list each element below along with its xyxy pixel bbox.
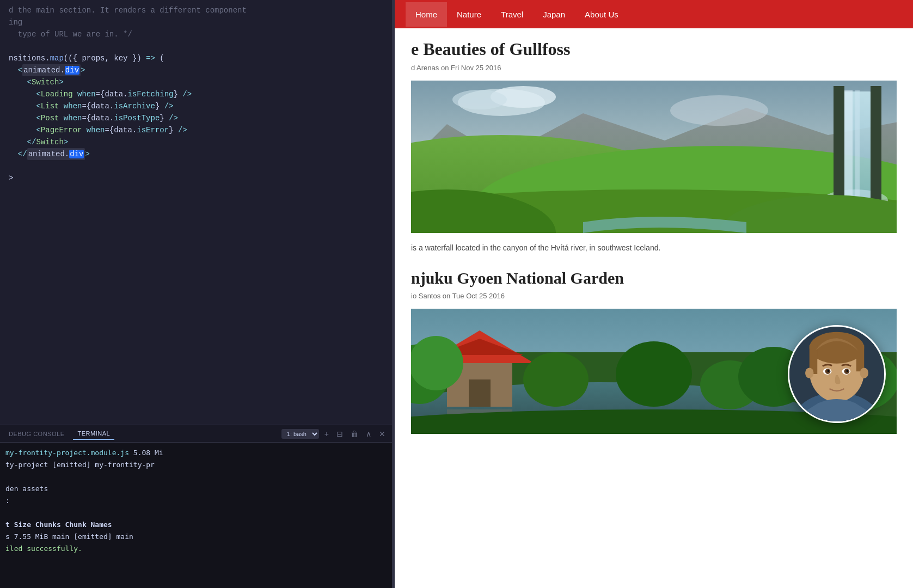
terminal-line: ty-project [emitted] my-frontity-pr <box>5 459 387 471</box>
code-text: < <box>36 112 40 124</box>
terminal-text: s 7.55 MiB main [emitted] main <box>5 532 133 541</box>
code-text: when <box>77 88 96 100</box>
code-line <box>0 40 392 52</box>
terminal-shell-select[interactable]: 1: bash <box>281 429 319 439</box>
svg-rect-9 <box>834 86 844 206</box>
code-text: . <box>65 150 69 158</box>
code-line: </Switch> <box>0 136 392 148</box>
code-text: . <box>109 100 114 112</box>
terminal-text: my-frontity-project.module.js <box>5 449 129 457</box>
terminal-collapse-button[interactable]: ∧ <box>364 428 373 439</box>
code-text <box>9 112 36 124</box>
svg-point-47 <box>860 368 868 378</box>
code-text <box>82 124 86 136</box>
code-text: < <box>36 88 40 100</box>
terminal-text: den assets <box>5 485 48 493</box>
terminal-close-button[interactable]: ✕ <box>377 428 388 439</box>
code-text <box>9 136 27 148</box>
code-text: PageError <box>41 124 82 136</box>
code-text: animated <box>23 66 60 75</box>
code-text: } <box>155 100 160 112</box>
terminal-line: t Size Chunks Chunk Names <box>5 519 387 531</box>
code-text <box>174 124 178 136</box>
code-text: } <box>132 52 137 64</box>
terminal-controls: 1: bash + ⊟ 🗑 ∧ ✕ <box>281 428 388 439</box>
code-line <box>0 160 392 172</box>
svg-rect-6 <box>844 90 853 199</box>
code-text: animated.div <box>27 148 85 160</box>
code-text: { <box>73 52 77 64</box>
svg-rect-39 <box>856 345 864 371</box>
code-text <box>9 88 36 100</box>
code-text: > <box>9 172 13 184</box>
tab-debug-console[interactable]: DEBUG CONSOLE <box>4 428 69 439</box>
terminal-text: iled successfully. <box>5 544 82 553</box>
code-text: data <box>105 88 123 100</box>
code-text: /> <box>169 112 178 124</box>
code-line: <List when={data.isArchive} /> <box>0 100 392 112</box>
svg-point-16 <box>670 95 768 126</box>
camera-overlay <box>788 325 886 423</box>
code-text: data <box>91 112 109 124</box>
terminal-line <box>5 507 387 519</box>
code-text: isError <box>137 124 169 136</box>
code-text <box>160 100 164 112</box>
code-text: ={ <box>82 100 91 112</box>
terminal-split-button[interactable]: ⊟ <box>334 428 345 439</box>
code-text: when <box>64 112 82 124</box>
nav-item-japan[interactable]: Japan <box>533 2 575 27</box>
code-text: div <box>69 150 84 158</box>
terminal-add-button[interactable]: + <box>322 428 331 439</box>
browser-preview: Home Nature Travel Japan About Us e Beau… <box>395 0 913 588</box>
code-text: /> <box>164 100 174 112</box>
code-text: isPostType <box>114 112 160 124</box>
code-text: map <box>50 52 64 64</box>
code-line: <Switch> <box>0 76 392 88</box>
tab-terminal[interactable]: TERMINAL <box>73 428 114 440</box>
code-text: isArchive <box>114 100 155 112</box>
code-text: Switch <box>32 76 59 88</box>
code-text: </ <box>27 136 36 148</box>
nav-item-travel[interactable]: Travel <box>491 2 533 27</box>
code-text <box>59 112 63 124</box>
svg-point-44 <box>828 370 830 372</box>
code-text <box>9 76 27 88</box>
code-text <box>178 88 182 100</box>
code-text: ( <box>160 52 164 64</box>
article-1-meta: d Arenas on Fri Nov 25 2016 <box>411 64 897 72</box>
code-text: . <box>109 112 114 124</box>
nav-item-about[interactable]: About Us <box>575 2 628 27</box>
code-text: ={ <box>96 88 105 100</box>
code-editor: d the main section. It renders a differe… <box>0 0 392 588</box>
svg-point-15 <box>452 90 507 109</box>
code-text <box>9 64 18 76</box>
code-line: <PageError when={data.isError} /> <box>0 124 392 136</box>
code-line: ing <box>0 16 392 28</box>
nav-item-nature[interactable]: Nature <box>447 2 491 27</box>
terminal-line: iled successfully. <box>5 543 387 555</box>
code-text <box>73 88 77 100</box>
terminal-line: : <box>5 495 387 507</box>
terminal-text: t Size Chunks Chunk Names <box>5 520 112 529</box>
code-text: > <box>85 148 89 160</box>
code-text: data <box>91 100 109 112</box>
waterfall-illustration <box>411 81 897 233</box>
terminal-line: my-frontity-project.module.js 5.08 Mi <box>5 447 387 459</box>
code-text: Post <box>41 112 59 124</box>
code-text: animated <box>28 150 65 158</box>
terminal-trash-button[interactable]: 🗑 <box>348 428 360 439</box>
code-text: > <box>59 76 63 88</box>
code-comment: ing <box>9 16 22 28</box>
code-text: data <box>114 124 132 136</box>
code-text: isFetching <box>127 88 173 100</box>
code-text: . <box>123 88 127 100</box>
terminal-text: ty-project [emitted] my-frontity-pr <box>5 461 155 469</box>
code-text <box>9 124 36 136</box>
svg-point-26 <box>523 352 589 407</box>
editor-area: d the main section. It renders a differe… <box>0 0 392 425</box>
code-text <box>9 100 36 112</box>
code-line: nsitions.map(({ props, key }) => ( <box>0 52 392 64</box>
code-text: } <box>174 88 178 100</box>
nav-item-home[interactable]: Home <box>406 2 447 27</box>
code-text: nsitions <box>9 52 45 64</box>
